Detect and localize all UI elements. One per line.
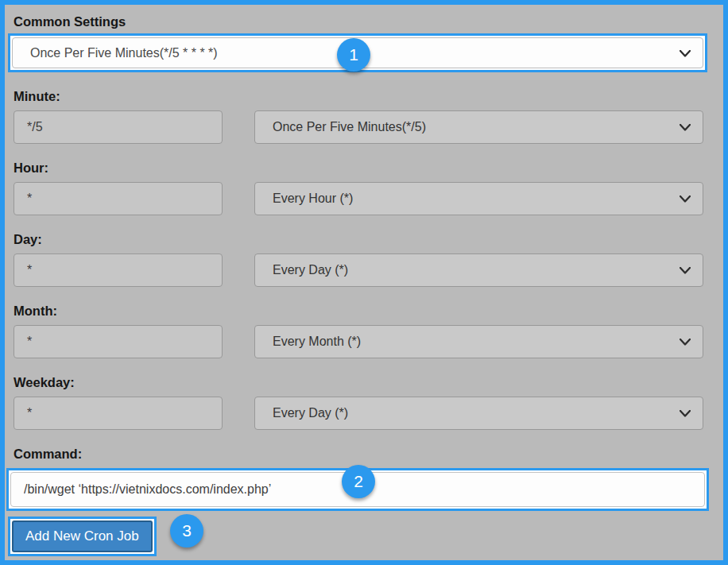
hour-select[interactable]: Every Hour (*): [254, 182, 703, 215]
annotation-box-add-button: Add New Cron Job: [8, 517, 157, 556]
day-row: Every Day (*): [14, 253, 723, 287]
day-selected-value: Every Day (*): [273, 263, 348, 277]
weekday-select[interactable]: Every Day (*): [254, 397, 703, 430]
day-label: Day:: [14, 230, 723, 248]
minute-selected-value: Once Per Five Minutes(*/5): [273, 120, 426, 134]
minute-input[interactable]: [14, 110, 223, 144]
chevron-down-icon: [680, 195, 691, 203]
cron-job-settings-panel: Common Settings Once Per Five Minutes(*/…: [0, 0, 728, 565]
weekday-selected-value: Every Day (*): [273, 406, 348, 420]
hour-input[interactable]: [14, 182, 223, 215]
minute-select[interactable]: Once Per Five Minutes(*/5): [254, 110, 703, 144]
hour-selected-value: Every Hour (*): [273, 192, 353, 206]
step-badge-1: 1: [337, 38, 370, 72]
minute-label: Minute:: [14, 87, 723, 105]
common-settings-selected-value: Once Per Five Minutes(*/5 * * * *): [30, 46, 218, 60]
minute-row: Once Per Five Minutes(*/5): [14, 110, 723, 144]
step-badge-2: 2: [342, 465, 375, 498]
month-select[interactable]: Every Month (*): [254, 325, 703, 358]
chevron-down-icon: [680, 267, 691, 274]
month-selected-value: Every Month (*): [273, 335, 361, 349]
month-row: Every Month (*): [14, 325, 723, 358]
chevron-down-icon: [680, 339, 691, 346]
chevron-down-icon: [680, 410, 691, 417]
month-input[interactable]: [14, 325, 223, 358]
day-input[interactable]: [14, 253, 223, 287]
weekday-row: Every Day (*): [14, 397, 723, 430]
hour-label: Hour:: [14, 159, 723, 176]
chevron-down-icon: [680, 124, 691, 131]
weekday-input[interactable]: [14, 397, 223, 430]
common-settings-label: Common Settings: [14, 13, 723, 30]
weekday-label: Weekday:: [14, 373, 723, 391]
day-select[interactable]: Every Day (*): [254, 253, 703, 287]
chevron-down-icon: [680, 50, 691, 57]
hour-row: Every Hour (*): [14, 182, 723, 215]
step-badge-3: 3: [170, 514, 203, 548]
command-label: Command:: [14, 445, 723, 462]
add-new-cron-job-button[interactable]: Add New Cron Job: [12, 520, 153, 552]
month-label: Month:: [14, 302, 723, 319]
